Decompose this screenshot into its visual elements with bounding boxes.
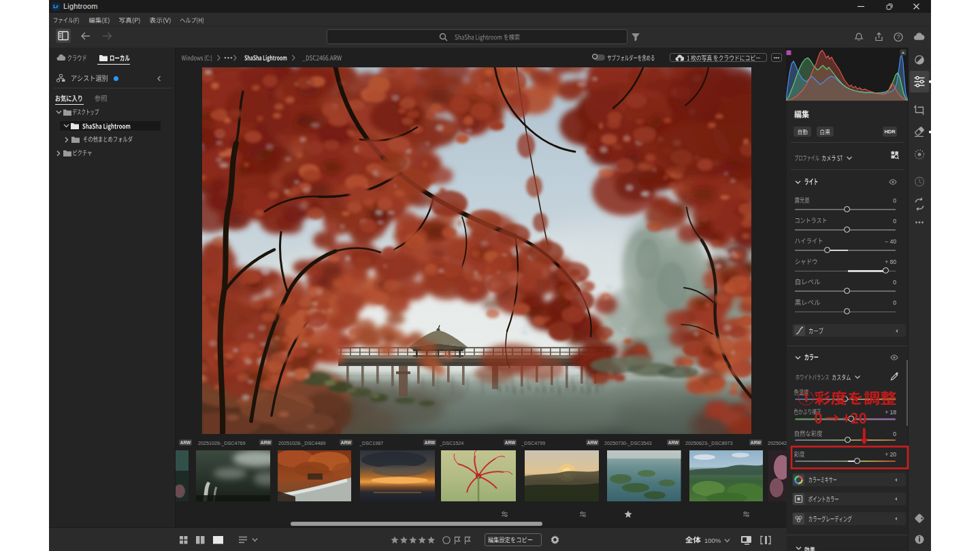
svg-text:?: ?: [897, 33, 900, 40]
